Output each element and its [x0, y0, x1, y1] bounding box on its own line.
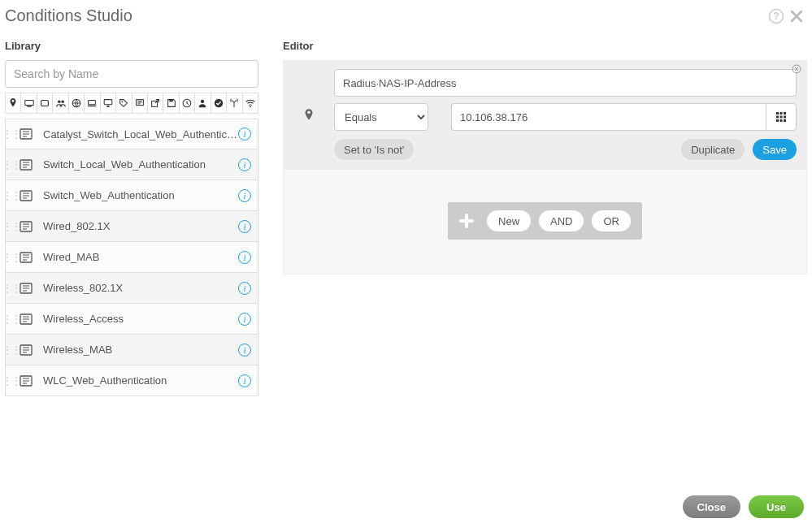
filter-globe-icon[interactable]	[69, 93, 85, 114]
condition-type-icon	[17, 252, 35, 263]
use-button[interactable]: Use	[749, 495, 804, 518]
drag-handle-icon[interactable]: ⋮⋮	[6, 221, 17, 232]
library-item-label: Switch_Web_Authentication	[43, 189, 238, 201]
svg-point-17	[250, 106, 251, 108]
drag-handle-icon[interactable]: ⋮⋮	[6, 128, 17, 140]
library-heading: Library	[5, 28, 258, 60]
filter-icon-row	[5, 93, 258, 114]
filter-save-icon[interactable]	[163, 93, 179, 114]
library-item-label: Wired_MAB	[43, 251, 238, 263]
close-button[interactable]: Close	[683, 495, 740, 518]
connector-or-button[interactable]: OR	[592, 210, 631, 231]
library-item-label: Wired_802.1X	[43, 220, 238, 232]
filter-wifi-icon[interactable]	[243, 93, 258, 114]
filter-user-icon[interactable]	[195, 93, 211, 114]
svg-rect-35	[780, 119, 783, 122]
connector-new-button[interactable]: New	[487, 210, 531, 231]
library-item[interactable]: ⋮⋮ Switch_Web_Authentication i	[5, 180, 258, 211]
library-item-label: Catalyst_Switch_Local_Web_Authentication	[43, 128, 238, 140]
filter-laptop-icon[interactable]	[85, 93, 100, 114]
library-item[interactable]: ⋮⋮ Switch_Local_Web_Authentication i	[5, 149, 258, 180]
library-item[interactable]: ⋮⋮ Wireless_Access i	[5, 304, 258, 335]
add-condition-icon[interactable]	[454, 209, 479, 233]
filter-pin-icon[interactable]	[5, 93, 21, 114]
condition-type-icon	[17, 128, 35, 140]
svg-rect-33	[784, 116, 786, 119]
condition-type-icon	[17, 221, 35, 232]
svg-rect-29	[780, 112, 783, 115]
info-icon[interactable]: i	[238, 158, 251, 171]
drag-handle-icon[interactable]: ⋮⋮	[6, 344, 17, 356]
library-item[interactable]: ⋮⋮ WLC_Web_Authentication i	[5, 365, 258, 396]
drag-handle-icon[interactable]: ⋮⋮	[6, 190, 17, 201]
value-input[interactable]	[451, 103, 766, 131]
filter-users-icon[interactable]	[53, 93, 68, 114]
condition-pin-icon[interactable]	[284, 61, 334, 170]
filter-port-icon[interactable]	[37, 93, 53, 114]
library-item[interactable]: ⋮⋮ Wireless_MAB i	[5, 335, 258, 365]
info-icon[interactable]: i	[238, 282, 251, 295]
filter-cert-icon[interactable]	[132, 93, 148, 114]
library-item-label: Switch_Local_Web_Authentication	[43, 158, 238, 171]
library-list: ⋮⋮ Catalyst_Switch_Local_Web_Authenticat…	[5, 119, 258, 396]
svg-rect-28	[776, 112, 779, 115]
set-to-is-not-button[interactable]: Set to 'Is not'	[334, 139, 414, 160]
condition-row: Equals Set to 'Is not' Duplicate	[284, 61, 806, 170]
svg-point-6	[61, 101, 64, 104]
library-item[interactable]: ⋮⋮ Wireless_802.1X i	[5, 273, 258, 304]
drag-handle-icon[interactable]: ⋮⋮	[6, 283, 17, 294]
filter-antenna-icon[interactable]	[227, 93, 242, 114]
svg-rect-8	[89, 101, 96, 105]
save-button[interactable]: Save	[753, 139, 797, 160]
filter-tag-icon[interactable]	[116, 93, 132, 114]
condition-type-icon	[17, 313, 35, 325]
search-input[interactable]	[5, 60, 258, 88]
library-item-label: Wireless_Access	[43, 313, 238, 325]
editor-heading: Editor	[283, 28, 807, 60]
condition-type-icon	[17, 190, 35, 201]
svg-rect-9	[104, 100, 112, 105]
duplicate-button[interactable]: Duplicate	[681, 139, 745, 160]
info-icon[interactable]: i	[238, 313, 251, 326]
svg-rect-2	[24, 101, 33, 106]
help-icon[interactable]: ?	[768, 8, 784, 24]
library-item[interactable]: ⋮⋮ Wired_MAB i	[5, 242, 258, 273]
drag-handle-icon[interactable]: ⋮⋮	[6, 252, 17, 263]
connector-area: New AND OR	[284, 170, 806, 274]
info-icon[interactable]: i	[238, 220, 251, 233]
info-icon[interactable]: i	[238, 374, 251, 387]
svg-rect-34	[776, 119, 779, 122]
svg-point-5	[58, 101, 61, 104]
close-icon[interactable]	[789, 9, 804, 24]
attribute-input[interactable]	[334, 69, 797, 97]
library-item[interactable]: ⋮⋮ Wired_802.1X i	[5, 211, 258, 242]
connector-and-button[interactable]: AND	[539, 210, 584, 231]
operator-select[interactable]: Equals	[334, 103, 428, 131]
filter-check-icon[interactable]	[211, 93, 227, 114]
filter-clock-icon[interactable]	[180, 93, 195, 114]
svg-rect-13	[169, 100, 172, 102]
library-item-label: Wireless_802.1X	[43, 282, 238, 294]
filter-device-icon[interactable]	[21, 93, 37, 114]
svg-text:?: ?	[773, 11, 779, 22]
drag-handle-icon[interactable]: ⋮⋮	[6, 159, 17, 171]
info-icon[interactable]: i	[238, 189, 251, 202]
library-item[interactable]: ⋮⋮ Catalyst_Switch_Local_Web_Authenticat…	[5, 119, 258, 149]
svg-point-15	[201, 100, 204, 103]
info-icon[interactable]: i	[238, 251, 251, 264]
svg-point-10	[122, 101, 124, 102]
filter-external-icon[interactable]	[148, 93, 163, 114]
info-icon[interactable]: i	[238, 128, 251, 140]
info-icon[interactable]: i	[238, 344, 251, 357]
svg-rect-3	[27, 106, 31, 107]
svg-rect-36	[784, 119, 786, 122]
filter-monitor-icon[interactable]	[101, 93, 116, 114]
drag-handle-icon[interactable]: ⋮⋮	[6, 313, 17, 325]
drag-handle-icon[interactable]: ⋮⋮	[6, 375, 17, 387]
remove-condition-icon[interactable]	[792, 64, 801, 74]
condition-type-icon	[17, 159, 35, 171]
svg-rect-31	[776, 116, 779, 119]
condition-type-icon	[17, 283, 35, 294]
value-picker-button[interactable]	[766, 103, 797, 131]
svg-rect-4	[41, 101, 49, 106]
